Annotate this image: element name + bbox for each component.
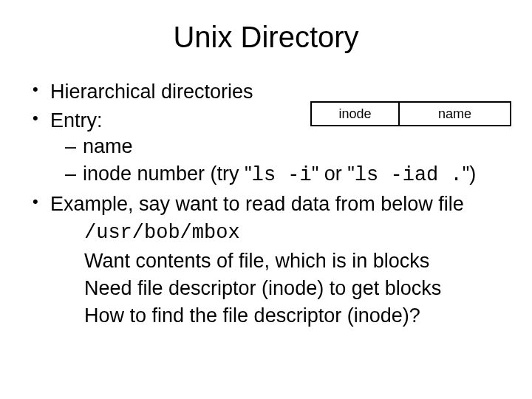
subbullet-name: name [64,134,502,160]
example-path: /usr/bob/mbox [84,220,502,246]
example-line-4: How to find the file descriptor (inode)? [84,303,502,329]
example-block: /usr/bob/mbox Want contents of file, whi… [84,220,502,328]
text: Entry: [50,109,103,132]
subbullet-inode: inode number (try "ls -i" or "ls -iad ."… [64,161,502,188]
text: Hierarchical directories [50,81,253,103]
text: name [83,135,133,157]
text: " or " [312,163,355,185]
entry-cell-name: name [399,101,511,126]
text: inode number (try " [83,163,252,185]
entry-cell-inode: inode [310,101,399,126]
code-ls-i: ls -i [252,164,312,186]
example-line-2: Want contents of file, which is in block… [84,248,502,274]
slide: Unix Directory Hierarchical directories … [0,0,532,399]
text: Example, say want to read data from belo… [50,193,464,215]
bullet-example: Example, say want to read data from belo… [30,191,502,328]
entry-diagram: inode name [310,101,511,126]
sub-list-entry: name inode number (try "ls -i" or "ls -i… [64,134,502,188]
text: ") [463,163,477,185]
code-ls-iad: ls -iad . [355,164,463,186]
slide-title: Unix Directory [30,21,502,54]
example-line-3: Need file descriptor (inode) to get bloc… [84,276,502,301]
